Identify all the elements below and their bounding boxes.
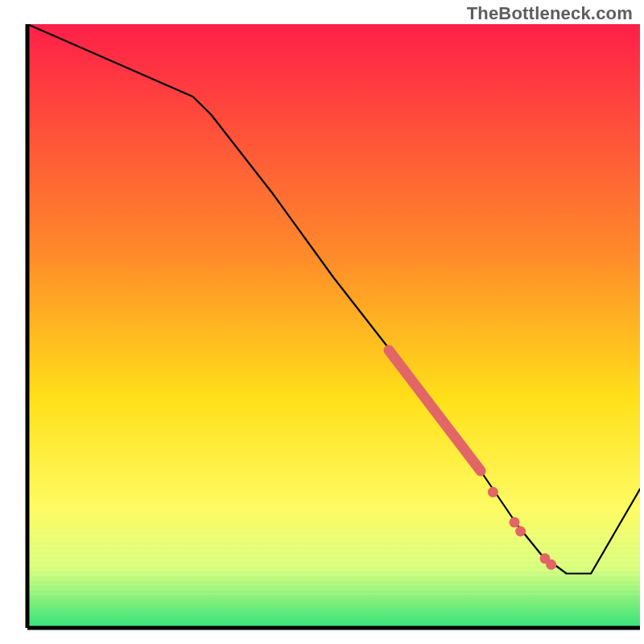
chart-stage: TheBottleneck.com: [0, 0, 644, 644]
curve-marker: [488, 487, 498, 497]
gradient-background: [27, 24, 640, 628]
bottleneck-chart: [0, 0, 644, 644]
curve-marker: [546, 559, 556, 570]
curve-marker: [515, 526, 526, 537]
curve-marker: [510, 517, 520, 527]
